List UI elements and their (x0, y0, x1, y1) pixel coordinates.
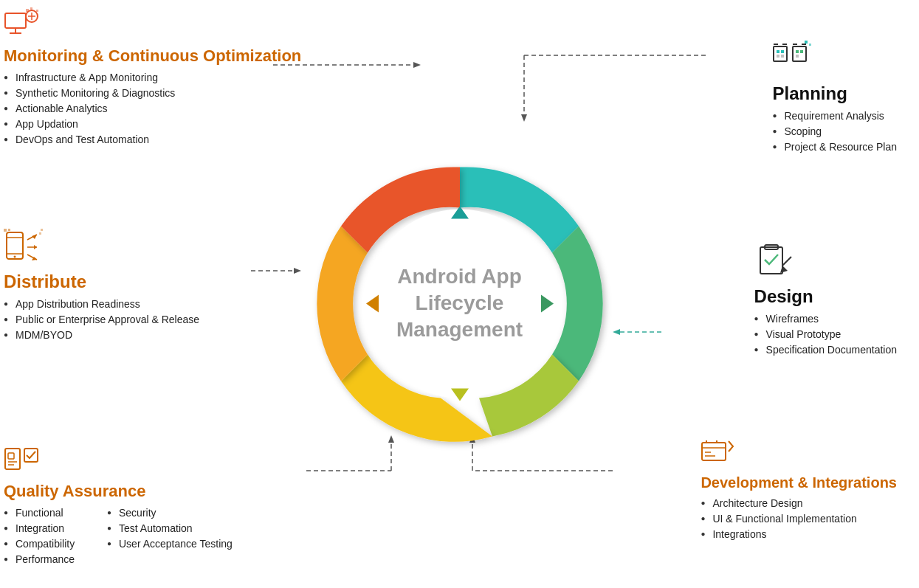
svg-rect-26 (26, 9, 29, 12)
svg-rect-20 (5, 13, 26, 28)
svg-marker-47 (780, 266, 788, 273)
qa-icon (4, 443, 233, 479)
design-icon (754, 243, 897, 283)
list-item: DevOps and Test Automation (4, 134, 301, 145)
svg-rect-55 (8, 453, 14, 459)
planning-section: Planning Requirement Analysis Scoping Pr… (772, 41, 897, 156)
list-item: Synthetic Monitoring & Diagnostics (4, 87, 301, 99)
distribute-icon (4, 229, 199, 269)
list-item: Compatibility (4, 538, 92, 550)
monitoring-title: Monitoring & Continuous Optimization (4, 46, 301, 66)
list-item: Public or Enterprise Approval & Release (4, 314, 199, 325)
svg-marker-64 (32, 235, 37, 239)
planning-list: Requirement Analysis Scoping Project & R… (772, 110, 897, 153)
svg-rect-32 (777, 55, 779, 58)
monitoring-list: Infrastructure & App Monitoring Syntheti… (4, 72, 301, 145)
qa-title: Quality Assurance (4, 482, 233, 501)
monitoring-icon (4, 7, 301, 44)
list-item: UI & Functional Implementation (701, 513, 897, 525)
design-section: Design Wireframes Visual Prototype Speci… (754, 243, 897, 359)
center-line3: Management (396, 318, 523, 341)
qa-section: Quality Assurance Functional Integration… (4, 443, 233, 569)
list-item: Integrations (701, 528, 897, 540)
svg-rect-42 (805, 41, 808, 44)
list-item: Performance (4, 553, 92, 565)
svg-rect-33 (781, 55, 784, 58)
svg-rect-48 (702, 443, 726, 460)
svg-rect-72 (39, 232, 41, 235)
list-item: Architecture Design (701, 497, 897, 509)
svg-marker-1 (413, 62, 421, 68)
svg-rect-34 (793, 46, 806, 61)
center-line2: Lifecycle (416, 291, 504, 314)
distribute-title: Distribute (4, 271, 199, 292)
svg-marker-14 (294, 268, 301, 274)
distribute-section: Distribute App Distribution Readiness Pu… (4, 229, 199, 345)
monitoring-section: Monitoring & Continuous Optimization Inf… (4, 7, 301, 149)
svg-rect-27 (30, 7, 32, 10)
svg-point-62 (14, 256, 16, 258)
svg-rect-59 (7, 232, 23, 259)
svg-rect-28 (36, 10, 38, 12)
list-item: Specification Documentation (754, 344, 897, 356)
list-item: User Acceptance Testing (107, 538, 233, 550)
planning-title: Planning (772, 83, 897, 104)
svg-marker-4 (521, 114, 527, 122)
svg-rect-30 (777, 50, 779, 53)
svg-rect-36 (800, 50, 803, 53)
dev-section: Development & Integrations Architecture … (701, 435, 897, 544)
svg-rect-71 (41, 229, 43, 231)
svg-rect-35 (796, 50, 799, 53)
qa-columns: Functional Integration Compatibility Per… (4, 507, 233, 569)
dev-title: Development & Integrations (701, 474, 897, 491)
list-item: Functional (4, 507, 92, 519)
list-item: MDM/BYOD (4, 329, 199, 341)
dev-list: Architecture Design UI & Functional Impl… (701, 497, 897, 540)
svg-rect-69 (4, 229, 7, 232)
distribute-list: App Distribution Readiness Public or Ent… (4, 298, 199, 341)
dev-icon (701, 435, 897, 471)
list-item: Scoping (772, 125, 897, 137)
list-item: Actionable Analytics (4, 103, 301, 114)
design-title: Design (754, 286, 897, 307)
svg-line-46 (782, 257, 791, 266)
lifecycle-ring: Android App Lifecycle Management (305, 148, 615, 458)
list-item: App Updation (4, 118, 301, 130)
list-item: Wireframes (754, 313, 897, 325)
svg-marker-66 (34, 245, 37, 249)
list-item: Infrastructure & App Monitoring (4, 72, 301, 83)
list-item: Security (107, 507, 233, 519)
svg-rect-70 (8, 229, 10, 231)
list-item: App Distribution Readiness (4, 298, 199, 310)
list-item: Integration (4, 522, 92, 534)
list-item: Project & Resource Plan (772, 141, 897, 153)
design-list: Wireframes Visual Prototype Specificatio… (754, 313, 897, 356)
svg-rect-43 (809, 44, 811, 46)
svg-rect-29 (774, 46, 787, 61)
qa-list-col2: Security Test Automation User Acceptance… (107, 507, 233, 569)
center-text: Android App Lifecycle Management (386, 263, 534, 344)
planning-icon (772, 41, 897, 80)
svg-rect-37 (796, 55, 799, 58)
list-item: Visual Prototype (754, 328, 897, 340)
svg-rect-31 (781, 50, 784, 53)
center-line1: Android App (397, 265, 521, 288)
qa-list-col1: Functional Integration Compatibility Per… (4, 507, 92, 569)
list-item: Test Automation (107, 522, 233, 534)
list-item: Requirement Analysis (772, 110, 897, 122)
svg-rect-58 (24, 449, 38, 462)
